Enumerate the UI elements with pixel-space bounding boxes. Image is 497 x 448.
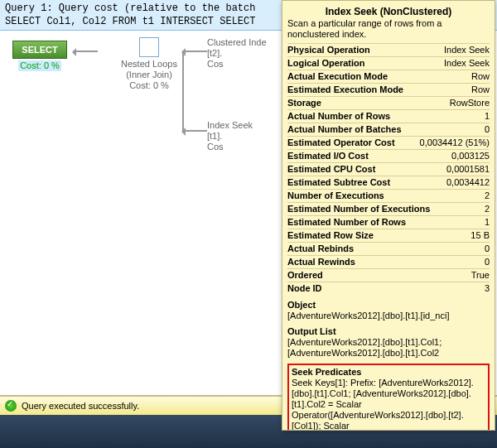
tooltip-row-key: Actual Execution Mode <box>287 71 388 82</box>
tooltip-row-key: Estimated I/O Cost <box>287 151 369 161</box>
op-nested-loops-cost: Cost: 0 % <box>91 80 207 91</box>
tooltip-object: Object [AdventureWorks2012].[dbo].[t1].[… <box>287 300 490 321</box>
op-select[interactable]: SELECT Cost: 0 % <box>7 41 73 71</box>
tooltip-output-list: Output List [AdventureWorks2012].[dbo].[… <box>287 326 490 359</box>
tooltip-row-value: Row <box>471 84 490 95</box>
tooltip-row-value: 0,0034412 <box>446 177 490 188</box>
tooltip-row-key: Storage <box>287 98 321 108</box>
tooltip-seek-title: Seek Predicates <box>292 367 485 377</box>
tooltip-row: Actual Number of Rows1 <box>287 109 490 123</box>
tooltip-object-body: [AdventureWorks2012].[dbo].[t1].[id_nci] <box>287 311 490 321</box>
tooltip-row-value: 1 <box>485 111 490 122</box>
tooltip-seek-body: Seek Keys[1]: Prefix: [AdventureWorks201… <box>292 378 485 431</box>
status-text: Query executed successfully. <box>22 401 139 411</box>
tooltip-row-key: Actual Rebinds <box>287 243 354 254</box>
tooltip-row-key: Actual Number of Batches <box>287 124 402 135</box>
plan-arrow <box>182 130 207 132</box>
tooltip-row-value: 0 <box>485 257 490 267</box>
tooltip-row: Node ID3 <box>287 282 490 295</box>
tooltip-row-key: Estimated CPU Cost <box>287 164 375 175</box>
tooltip-row: Logical OperationIndex Seek <box>287 56 490 70</box>
tooltip-row-key: Number of Executions <box>287 190 384 201</box>
tooltip-row-value: 0,0034412 (51%) <box>420 137 490 148</box>
nested-loops-icon <box>139 37 159 57</box>
tooltip-output-body: [AdventureWorks2012].[dbo].[t1].Col1; [A… <box>287 337 490 359</box>
tooltip-row: Estimated Number of Executions2 <box>287 202 490 215</box>
tooltip-row: StorageRowStore <box>287 96 490 109</box>
tooltip-row: Estimated I/O Cost0,003125 <box>287 149 490 162</box>
tooltip-row-value: 15 B <box>470 230 490 241</box>
tooltip-row: Number of Executions2 <box>287 189 490 202</box>
tooltip-row-value: RowStore <box>450 98 490 108</box>
tooltip-row-key: Estimated Operator Cost <box>287 137 395 148</box>
tooltip-object-title: Object <box>287 300 490 310</box>
tooltip-row-value: 3 <box>485 283 490 294</box>
op-nested-loops[interactable]: Nested Loops (Inner Join) Cost: 0 % <box>91 37 207 91</box>
tooltip-row-key: Estimated Number of Rows <box>287 217 406 228</box>
tooltip-row-value: Index Seek <box>444 58 490 69</box>
tooltip-row: OrderedTrue <box>287 268 490 282</box>
tooltip-row: Estimated Subtree Cost0,0034412 <box>287 176 490 189</box>
tooltip-row-key: Estimated Subtree Cost <box>287 177 390 188</box>
tooltip-row-key: Estimated Number of Executions <box>287 204 430 214</box>
tooltip-row-value: 0 <box>485 243 490 254</box>
tooltip-row-key: Actual Rewinds <box>287 257 355 267</box>
plan-arrow <box>73 51 98 52</box>
tooltip-row-key: Physical Operation <box>287 45 370 55</box>
tooltip-row-value: Row <box>471 71 490 82</box>
op-nested-loops-sub: (Inner Join) <box>91 70 207 80</box>
op-nested-loops-title: Nested Loops <box>91 59 207 70</box>
tooltip-row-key: Estimated Row Size <box>287 230 374 241</box>
tooltip-row: Actual Rebinds0 <box>287 242 490 255</box>
operator-tooltip: Index Seek (NonClustered) Scan a particu… <box>282 0 495 431</box>
tooltip-row: Estimated CPU Cost0,0001581 <box>287 162 490 176</box>
tooltip-seek-predicates: Seek Predicates Seek Keys[1]: Prefix: [A… <box>287 364 490 431</box>
tooltip-row-key: Logical Operation <box>287 58 365 69</box>
tooltip-desc: Scan a particular range of rows from a n… <box>287 18 490 40</box>
tooltip-row-key: Estimated Execution Mode <box>287 84 403 95</box>
tooltip-row-key: Actual Number of Rows <box>287 111 390 122</box>
plan-connector <box>182 51 184 130</box>
tooltip-row-value: 2 <box>485 204 490 214</box>
tooltip-row-value: True <box>471 270 490 281</box>
tooltip-output-title: Output List <box>287 326 490 336</box>
tooltip-row: Physical OperationIndex Seek <box>287 43 490 56</box>
tooltip-row-key: Node ID <box>287 283 322 294</box>
success-icon <box>5 400 17 412</box>
tooltip-row-value: 1 <box>485 217 490 228</box>
tooltip-row: Actual Execution ModeRow <box>287 70 490 83</box>
tooltip-row-value: 0 <box>485 124 490 135</box>
tooltip-row-key: Ordered <box>287 270 323 281</box>
tooltip-row: Estimated Execution ModeRow <box>287 83 490 96</box>
tooltip-row: Estimated Operator Cost0,0034412 (51%) <box>287 136 490 149</box>
op-select-cost: Cost: 0 % <box>18 60 61 71</box>
tooltip-row: Actual Rewinds0 <box>287 255 490 268</box>
tooltip-row-value: 0,003125 <box>451 151 490 161</box>
tooltip-row: Estimated Number of Rows1 <box>287 215 490 229</box>
tooltip-row: Estimated Row Size15 B <box>287 229 490 242</box>
tooltip-row-value: Index Seek <box>444 45 490 55</box>
tooltip-title: Index Seek (NonClustered) <box>287 6 490 17</box>
tooltip-row-value: 2 <box>485 190 490 201</box>
tooltip-properties: Physical OperationIndex SeekLogical Oper… <box>287 43 490 295</box>
tooltip-row-value: 0,0001581 <box>446 164 490 175</box>
select-icon: SELECT <box>12 41 67 59</box>
tooltip-row: Actual Number of Batches0 <box>287 123 490 136</box>
plan-arrow <box>182 51 207 52</box>
